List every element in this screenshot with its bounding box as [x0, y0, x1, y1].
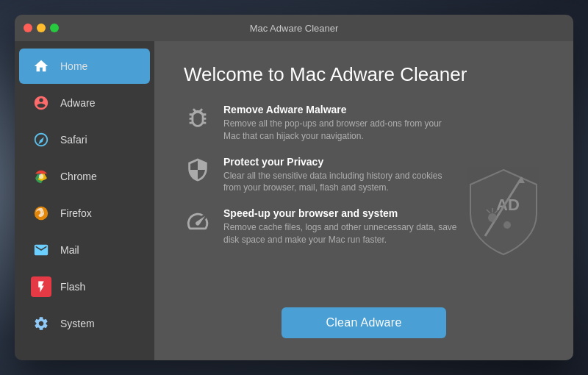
- chrome-icon: [31, 166, 51, 187]
- adware-icon: [31, 93, 51, 113]
- sidebar-item-flash-label: Flash: [60, 281, 85, 293]
- feature-speed-up-heading: Speed-up your browser and system: [223, 207, 459, 219]
- svg-point-7: [503, 221, 511, 229]
- shield-icon: [184, 156, 212, 184]
- feature-remove-adware-text: Remove Adware Malware Remove all the pop…: [223, 104, 459, 143]
- clean-adware-button[interactable]: Clean Adware: [282, 307, 445, 338]
- page-title: Welcome to Mac Adware Cleaner: [184, 63, 544, 86]
- feature-remove-adware-desc: Remove all the pop-ups and browser add-o…: [223, 118, 459, 143]
- close-button[interactable]: [24, 24, 32, 32]
- sidebar-item-safari-label: Safari: [60, 134, 87, 146]
- window-title: Mac Adware Cleaner: [250, 23, 339, 34]
- safari-icon: [31, 129, 51, 150]
- system-icon: [31, 313, 51, 334]
- maximize-button[interactable]: [50, 24, 59, 32]
- sidebar-item-flash[interactable]: Flash: [19, 269, 150, 304]
- feature-protect-privacy-heading: Protect your Privacy: [223, 156, 459, 168]
- sidebar-item-firefox-label: Firefox: [60, 207, 92, 219]
- sidebar-item-home-label: Home: [60, 60, 87, 72]
- sidebar-item-adware[interactable]: Adware: [19, 85, 150, 121]
- shield-decoration: AD: [456, 162, 551, 258]
- sidebar: Home Adware Safari: [15, 41, 154, 360]
- sidebar-item-system-label: System: [60, 318, 95, 329]
- clean-button-container: Clean Adware: [184, 307, 544, 338]
- mail-icon: [31, 240, 51, 260]
- minimize-button[interactable]: [37, 24, 46, 32]
- sidebar-item-mail[interactable]: Mail: [19, 232, 150, 268]
- content-area: Home Adware Safari: [15, 41, 573, 360]
- sidebar-item-home[interactable]: Home: [19, 49, 150, 84]
- bug-icon: [184, 104, 212, 132]
- feature-remove-adware: Remove Adware Malware Remove all the pop…: [184, 104, 544, 143]
- flash-icon: [31, 276, 51, 297]
- feature-protect-privacy-text: Protect your Privacy Clear all the sensi…: [223, 156, 459, 195]
- sidebar-item-mail-label: Mail: [60, 244, 79, 256]
- svg-point-1: [39, 174, 43, 179]
- sidebar-item-adware-label: Adware: [60, 97, 95, 109]
- firefox-icon: [31, 203, 51, 224]
- home-icon: [31, 56, 51, 76]
- feature-remove-adware-heading: Remove Adware Malware: [223, 104, 459, 115]
- titlebar: Mac Adware Cleaner: [15, 15, 573, 41]
- speed-icon: [184, 207, 212, 235]
- sidebar-item-firefox[interactable]: Firefox: [19, 196, 150, 231]
- feature-speed-up-text: Speed-up your browser and system Remove …: [223, 207, 459, 246]
- sidebar-item-chrome[interactable]: Chrome: [19, 159, 150, 194]
- sidebar-item-system[interactable]: System: [19, 306, 150, 341]
- window-controls: [24, 24, 59, 32]
- feature-protect-privacy-desc: Clear all the sensitive data including h…: [223, 170, 459, 195]
- sidebar-item-chrome-label: Chrome: [60, 171, 97, 182]
- sidebar-item-safari[interactable]: Safari: [19, 122, 150, 157]
- main-content: Welcome to Mac Adware Cleaner AD: [154, 41, 573, 360]
- feature-speed-up-desc: Remove cache files, logs and other unnec…: [223, 221, 459, 246]
- app-window: Mac Adware Cleaner Home Adware: [15, 15, 573, 360]
- svg-point-6: [488, 213, 497, 222]
